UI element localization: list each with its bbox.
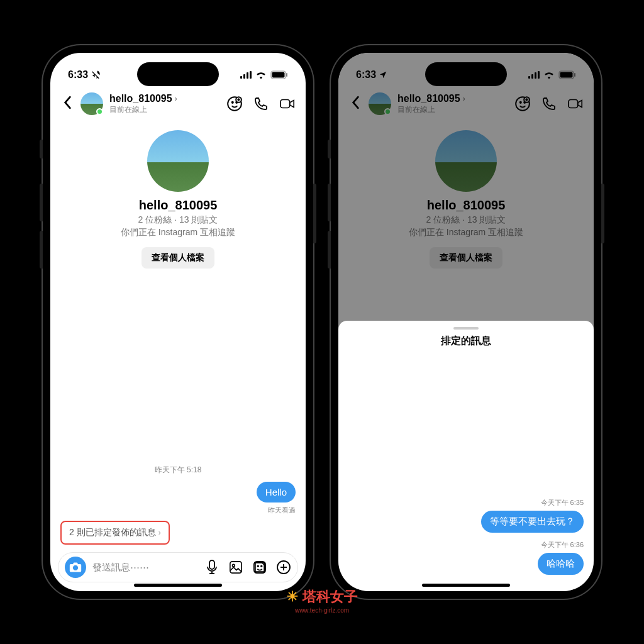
- profile-username: hello_810095: [63, 198, 293, 213]
- svg-rect-11: [254, 562, 265, 573]
- sun-icon: ☀: [286, 589, 299, 605]
- sticker-button[interactable]: [252, 560, 267, 575]
- profile-stats: 2 位粉絲 · 13 則貼文: [63, 214, 293, 226]
- svg-point-10: [233, 564, 235, 567]
- sheet-grabber[interactable]: [453, 327, 479, 330]
- scheduled-message-row: 等等要不要出去玩？: [348, 511, 584, 533]
- home-indicator[interactable]: [134, 584, 222, 587]
- profile-follow-status: 你們正在 Instagram 互相追蹤: [63, 227, 293, 238]
- power-button: [313, 184, 316, 243]
- svg-rect-8: [209, 560, 214, 569]
- scheduled-message-bubble[interactable]: 等等要不要出去玩？: [481, 511, 584, 533]
- screen-right: 6:33: [338, 53, 594, 591]
- wifi-icon: [255, 70, 267, 79]
- chevron-right-icon: ›: [158, 528, 161, 537]
- screen-left: 6:33: [50, 53, 306, 591]
- svg-point-13: [261, 565, 262, 567]
- microphone-button[interactable]: [204, 560, 219, 575]
- phone-left: 6:33: [43, 45, 313, 599]
- online-indicator: [96, 108, 103, 115]
- sheet-title: 排定的訊息: [338, 335, 594, 355]
- svg-rect-7: [280, 100, 290, 108]
- sheet-body[interactable]: 今天下午 6:35 等等要不要出去玩？ 今天下午 6:36 哈哈哈: [338, 355, 594, 591]
- power-button: [601, 184, 604, 243]
- status-time: 6:33: [68, 69, 88, 80]
- chat-header: hello_810095 › 目前在線上: [50, 87, 306, 120]
- messages-area[interactable]: 昨天下午 5:18 Hello 昨天看過 2 則已排定發佈的訊息 ›: [50, 275, 306, 552]
- scheduled-messages-sheet: 排定的訊息 今天下午 6:35 等等要不要出去玩？ 今天下午 6:36 哈哈哈: [338, 321, 594, 591]
- message-bubble[interactable]: Hello: [257, 482, 296, 502]
- dynamic-island: [425, 62, 507, 86]
- message-input-bar: 發送訊息⋯⋯: [58, 552, 298, 582]
- add-button[interactable]: [276, 560, 291, 575]
- audio-call-button[interactable]: [253, 96, 269, 112]
- silent-icon: [91, 70, 101, 80]
- seen-indicator: 昨天看過: [60, 506, 296, 515]
- side-buttons-left: [40, 140, 43, 278]
- online-status-text: 目前在線上: [109, 104, 220, 115]
- scheduled-message-bubble[interactable]: 哈哈哈: [538, 553, 584, 575]
- scheduled-timestamp: 今天下午 6:36: [348, 540, 584, 550]
- svg-rect-2: [286, 73, 287, 77]
- dynamic-island: [137, 62, 219, 86]
- gallery-button[interactable]: [228, 560, 243, 575]
- scheduled-messages-pill[interactable]: 2 則已排定發佈的訊息 ›: [60, 521, 170, 545]
- back-button[interactable]: [60, 94, 74, 114]
- battery-icon: [270, 70, 288, 79]
- message-input[interactable]: 發送訊息⋯⋯: [92, 562, 198, 574]
- scheduled-timestamp: 今天下午 6:35: [348, 498, 584, 508]
- watermark-url: www.tech-girlz.com: [295, 607, 349, 614]
- avatar-small[interactable]: [80, 92, 103, 115]
- message-timestamp: 昨天下午 5:18: [60, 465, 296, 475]
- chat-username[interactable]: hello_810095 ›: [109, 93, 220, 104]
- video-call-button[interactable]: [279, 96, 296, 112]
- camera-button[interactable]: [65, 557, 86, 578]
- svg-point-4: [232, 102, 233, 103]
- sticker-add-button[interactable]: [226, 96, 243, 112]
- cellular-icon: [240, 71, 252, 79]
- svg-rect-9: [230, 562, 242, 573]
- avatar-large[interactable]: [147, 130, 209, 192]
- chevron-right-icon: ›: [175, 94, 177, 103]
- side-buttons-left: [328, 140, 331, 278]
- scheduled-message-row: 哈哈哈: [348, 553, 584, 575]
- watermark-logo: ☀ 塔科女子: [286, 587, 358, 606]
- svg-point-12: [257, 565, 258, 567]
- message-row: Hello: [60, 482, 296, 502]
- view-profile-button[interactable]: 查看個人檔案: [142, 247, 214, 269]
- phone-right: 6:33: [331, 45, 601, 599]
- profile-section: hello_810095 2 位粉絲 · 13 則貼文 你們正在 Instagr…: [50, 120, 306, 275]
- svg-rect-1: [272, 72, 285, 78]
- home-indicator[interactable]: [422, 584, 510, 587]
